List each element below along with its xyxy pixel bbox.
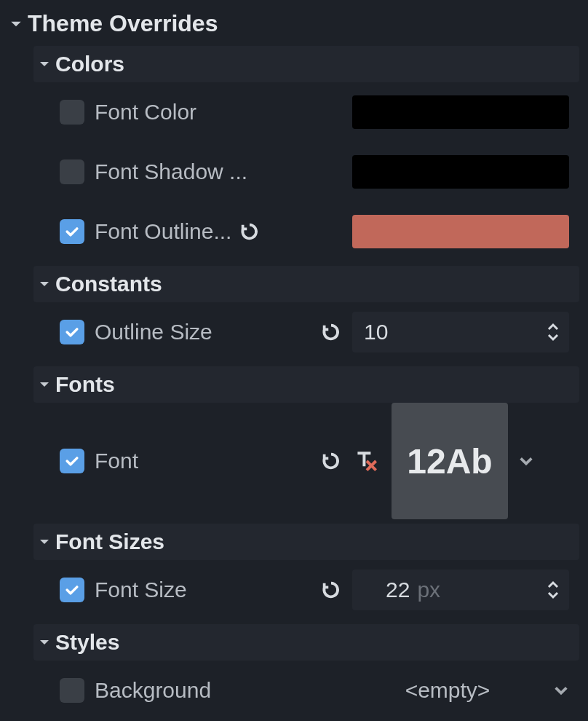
chevron-down-icon[interactable] — [518, 453, 534, 469]
chevron-down-icon — [9, 17, 23, 31]
fonts-header[interactable]: Fonts — [33, 366, 579, 403]
font-outline-checkbox[interactable] — [60, 219, 84, 244]
chevron-down-icon[interactable] — [553, 682, 569, 698]
outline-size-value: 10 — [364, 320, 388, 344]
fonts-title: Fonts — [55, 372, 115, 397]
constants-header[interactable]: Constants — [33, 266, 579, 302]
font-shadow-row: Font Shadow ... — [60, 142, 579, 202]
reset-icon[interactable] — [320, 450, 342, 472]
outline-size-checkbox[interactable] — [60, 320, 84, 344]
font-color-label: Font Color — [95, 100, 196, 125]
background-label: Background — [95, 678, 211, 703]
font-color-swatch[interactable] — [352, 95, 569, 129]
font-size-label: Font Size — [95, 578, 187, 602]
colors-title: Colors — [55, 52, 124, 76]
font-label: Font — [95, 449, 138, 473]
styles-header[interactable]: Styles — [33, 624, 579, 661]
font-sizes-title: Font Sizes — [55, 529, 164, 554]
font-preview[interactable]: 12Ab — [392, 403, 508, 519]
font-color-checkbox[interactable] — [60, 100, 84, 125]
background-row: Background <empty> — [60, 661, 579, 720]
chevron-down-icon — [38, 636, 51, 649]
chevron-down-icon — [38, 378, 51, 391]
outline-size-row: Outline Size 10 — [60, 302, 579, 362]
font-sizes-header[interactable]: Font Sizes — [33, 524, 579, 560]
font-size-value: 22 — [386, 578, 410, 602]
font-size-spinbox[interactable]: 22 px — [352, 570, 569, 610]
reset-icon[interactable] — [320, 579, 342, 601]
chevron-down-icon — [38, 535, 51, 548]
font-outline-row: Font Outline... — [60, 202, 579, 261]
font-size-checkbox[interactable] — [60, 578, 84, 602]
theme-overrides-header[interactable]: Theme Overrides — [9, 6, 579, 42]
chevron-down-icon — [38, 277, 51, 291]
font-size-unit: px — [417, 578, 440, 602]
reset-icon[interactable] — [239, 221, 261, 243]
spinner-icon[interactable] — [546, 580, 560, 599]
font-row: Font 12Ab — [60, 403, 579, 519]
font-preview-text: 12Ab — [407, 441, 492, 481]
background-checkbox[interactable] — [60, 678, 84, 703]
font-outline-swatch[interactable] — [352, 215, 569, 248]
colors-header[interactable]: Colors — [33, 46, 579, 82]
styles-title: Styles — [55, 630, 119, 655]
font-shadow-label: Font Shadow ... — [95, 159, 247, 184]
font-size-row: Font Size 22 px — [60, 560, 579, 620]
spinner-icon[interactable] — [546, 323, 560, 342]
font-shadow-swatch[interactable] — [352, 155, 569, 189]
font-clear-icon[interactable] — [352, 446, 381, 476]
chevron-down-icon — [38, 58, 51, 71]
font-shadow-checkbox[interactable] — [60, 159, 84, 184]
constants-title: Constants — [55, 272, 162, 296]
font-outline-label: Font Outline... — [95, 219, 231, 244]
background-value[interactable]: <empty> — [352, 678, 543, 703]
font-checkbox[interactable] — [60, 449, 84, 473]
outline-size-spinbox[interactable]: 10 — [352, 312, 569, 352]
outline-size-label: Outline Size — [95, 320, 212, 344]
theme-overrides-title: Theme Overrides — [28, 10, 218, 37]
reset-icon[interactable] — [320, 321, 342, 343]
font-color-row: Font Color — [60, 82, 579, 142]
